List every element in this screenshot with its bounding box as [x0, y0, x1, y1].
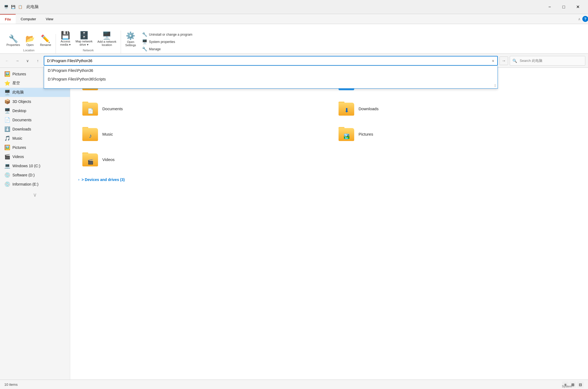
folder-item-downloads[interactable]: ⬇ Downloads [334, 99, 580, 119]
recent-locations-button[interactable]: ∨ [23, 56, 32, 65]
ribbon-group-network: 💾 Accessmedia ▾ 🗄️ Map networkdrive ▾ 🖥️… [56, 31, 121, 53]
system-props-label: System properties [149, 40, 175, 44]
search-icon: 🔍 [512, 59, 517, 63]
map-drive-icon: 🗄️ [79, 32, 89, 39]
autocomplete-resize-handle: ⠿ [44, 83, 498, 88]
back-button[interactable]: ← [3, 56, 11, 65]
music-label: Music [12, 136, 22, 140]
folder-overlay-videos: 🎬 [87, 159, 93, 165]
add-network-label: Add a networklocation [97, 40, 116, 46]
search-container: 🔍 [510, 56, 585, 66]
uninstall-button[interactable]: 🔧 Uninstall or change a program [140, 31, 194, 38]
folder-item-pictures[interactable]: 🏞️ Pictures [334, 124, 580, 144]
ribbon-group-location: 🔧 Properties 📂 Open ✏️ Rename Location [2, 34, 56, 53]
help-button[interactable]: ? [582, 16, 588, 22]
document-icon: 📋 [17, 4, 23, 10]
close-button[interactable]: ✕ [571, 2, 585, 12]
folder-icon-documents: 📄 [82, 102, 99, 116]
app-icon: 🖥️ [3, 4, 9, 10]
folder-name-downloads: Downloads [359, 106, 379, 111]
sidebar-item-3d-objects[interactable]: 📦 3D Objects [0, 97, 70, 106]
tab-view[interactable]: View [41, 14, 58, 24]
sidebar-item-pictures2[interactable]: 🖼️ Pictures [0, 143, 70, 152]
tab-computer[interactable]: Computer [16, 14, 41, 24]
pictures2-icon: 🖼️ [4, 145, 10, 150]
rename-icon: ✏️ [41, 35, 50, 43]
pictures2-label: Pictures [12, 145, 26, 150]
system-right-items: 🔧 Uninstall or change a program 🖥️ Syste… [140, 31, 194, 52]
open-settings-button[interactable]: ⚙️ OpenSettings [124, 31, 138, 48]
starsky-label: 星空 [12, 81, 20, 86]
ribbon-group-system: ⚙️ OpenSettings 🔧 Uninstall or change a … [121, 31, 586, 53]
resize-icon[interactable]: ⠿ [494, 84, 496, 88]
folder-icon-pictures: 🏞️ [339, 127, 355, 141]
autocomplete-item-1[interactable]: D:\Program Files\Python36\Scripts [44, 75, 498, 83]
information-e-label: Information (E:) [12, 182, 38, 186]
sidebar-item-this-pc[interactable]: 🖥️ 此电脑 [0, 88, 70, 97]
sidebar-item-information-e[interactable]: 💿 Information (E:) [0, 180, 70, 189]
address-input[interactable] [44, 56, 498, 66]
add-network-location-button[interactable]: 🖥️ Add a networklocation [96, 31, 118, 48]
documents-label: Documents [12, 118, 32, 122]
sidebar-item-music[interactable]: 🎵 Music [0, 134, 70, 143]
go-button[interactable]: → [499, 56, 508, 65]
folder-item-music[interactable]: ♪ Music [78, 124, 324, 144]
access-media-label: Accessmedia ▾ [60, 40, 71, 46]
status-bar: 10 items ≡ ⊞ ⊟ [0, 380, 588, 389]
sidebar-item-software-d[interactable]: 💿 Software (D:) [0, 170, 70, 180]
windows-c-icon: 💻 [4, 163, 10, 169]
downloads-icon: ⬇️ [4, 126, 10, 132]
system-properties-button[interactable]: 🖥️ System properties [140, 38, 194, 45]
map-drive-label: Map networkdrive ▾ [76, 40, 93, 46]
devices-section-title[interactable]: › > Devices and drives (3) [78, 177, 580, 182]
pictures-icon: 🖼️ [4, 71, 10, 77]
sidebar-item-documents[interactable]: 📄 Documents [0, 115, 70, 125]
search-input[interactable] [510, 56, 585, 66]
access-media-button[interactable]: 💾 Accessmedia ▾ [59, 31, 72, 48]
folder-overlay-pictures: 🏞️ [344, 133, 350, 139]
settings-icon: ⚙️ [126, 32, 135, 40]
address-bar-area: ← → ∨ ↑ ∨ D:\Program Files\Python36 D:\P… [0, 54, 588, 68]
address-dropdown-button[interactable]: ∨ [489, 57, 497, 65]
folder-name-pictures: Pictures [359, 132, 373, 136]
documents-icon: 📄 [4, 117, 10, 123]
uninstall-icon: 🔧 [142, 32, 147, 37]
devices-arrow-icon: › [78, 178, 79, 182]
location-group-items: 🔧 Properties 📂 Open ✏️ Rename [5, 34, 53, 48]
open-button[interactable]: 📂 Open [23, 34, 37, 48]
tab-file[interactable]: File [0, 14, 16, 24]
autocomplete-dropdown: D:\Program Files\Python36 D:\Program Fil… [44, 66, 498, 89]
sidebar-item-desktop[interactable]: 🖥️ Desktop [0, 106, 70, 115]
up-button[interactable]: ↑ [33, 56, 42, 65]
sidebar-item-videos[interactable]: 🎬 Videos [0, 152, 70, 161]
properties-button[interactable]: 🔧 Properties [5, 34, 22, 48]
sidebar-item-windows-c[interactable]: 💻 Windows 10 (C:) [0, 161, 70, 170]
system-group-label: System [562, 385, 572, 388]
save-icon: 💾 [10, 4, 16, 10]
minimize-button[interactable]: − [543, 2, 557, 12]
folder-item-videos[interactable]: 🎬 Videos [78, 149, 324, 169]
folder-name-videos: Videos [102, 157, 115, 162]
devices-label: > Devices and drives (3) [82, 177, 125, 182]
location-group-label: Location [23, 49, 35, 52]
starsky-icon: ⭐ [4, 80, 10, 86]
autocomplete-item-0[interactable]: D:\Program Files\Python36 [44, 66, 498, 75]
windows-c-label: Windows 10 (C:) [12, 164, 40, 168]
window-controls: − □ ✕ [543, 2, 585, 12]
map-network-drive-button[interactable]: 🗄️ Map networkdrive ▾ [74, 31, 94, 48]
this-pc-icon: 🖥️ [4, 89, 10, 95]
network-group-label: Network [83, 49, 94, 52]
forward-button[interactable]: → [13, 56, 22, 65]
music-icon: 🎵 [4, 135, 10, 141]
sidebar-item-downloads[interactable]: ⬇️ Downloads [0, 125, 70, 134]
ribbon-content: 🔧 Properties 📂 Open ✏️ Rename Location 💾… [0, 24, 588, 54]
manage-button[interactable]: 🔧 Manage [140, 46, 194, 52]
rename-button[interactable]: ✏️ Rename [38, 34, 53, 48]
folder-item-documents[interactable]: 📄 Documents [78, 99, 324, 119]
open-label: Open [26, 43, 34, 46]
system-props-icon: 🖥️ [142, 39, 147, 44]
item-count: 10 items [4, 383, 18, 387]
this-pc-label: 此电脑 [12, 90, 24, 95]
large-icons-view-button[interactable]: ⊟ [577, 381, 584, 388]
maximize-button[interactable]: □ [557, 2, 571, 12]
